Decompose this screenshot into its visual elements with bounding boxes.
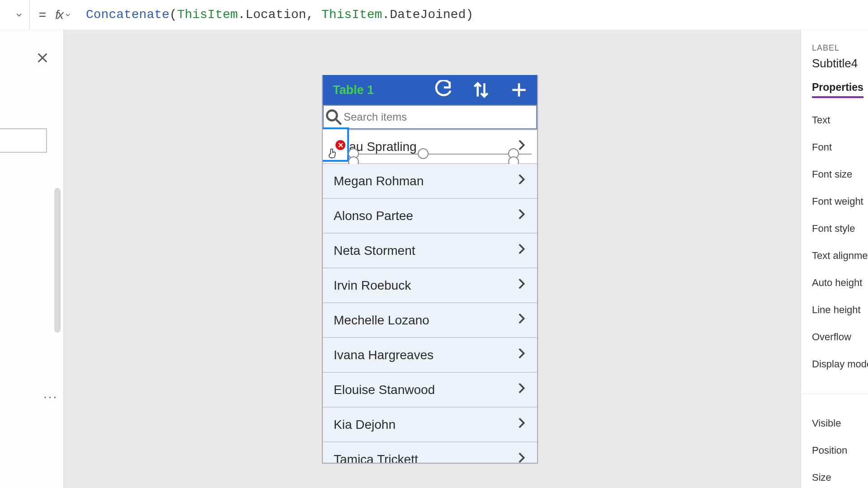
detail-button[interactable] [514,346,529,364]
control-type-label: LABEL [812,43,868,53]
properties-divider [801,394,868,394]
item-title: Irvin Roebuck [334,278,514,293]
sort-button[interactable] [471,80,491,100]
prop-visible[interactable]: Visible [812,418,868,429]
item-title: Tamica Trickett [334,452,514,464]
app-preview: Table 1 ✕ [322,75,538,464]
gallery-list: ✕ Beau Spratling Megan Rohman Alonso Par… [323,129,537,464]
formula-input[interactable]: Concatenate(ThisItem.Location, ThisItem.… [86,8,473,22]
detail-button[interactable] [514,241,529,260]
chevron-right-icon [514,415,529,431]
tree-scrollbar[interactable] [54,188,61,333]
search-icon [324,107,344,127]
app-title: Table 1 [331,83,415,97]
control-name: Subtitle4 [812,56,868,70]
svg-point-6 [327,110,337,120]
prop-auto-height[interactable]: Auto height [812,277,868,289]
prop-font-weight[interactable]: Font weight [812,196,868,207]
properties-panel: LABEL Subtitle4 Properties Text Font Fon… [800,30,868,488]
item-title: Neta Storment [334,244,514,258]
chevron-right-icon [514,172,529,187]
item-title: Alonso Partee [334,209,514,223]
list-item[interactable]: ✕ Beau Spratling [323,129,537,164]
detail-button[interactable] [514,276,529,295]
close-button[interactable] [36,52,49,64]
item-title: Ivana Hargreaves [334,348,514,362]
chevron-right-icon [514,241,529,257]
list-item[interactable]: Tamica Trickett [323,442,537,464]
chevron-right-icon [514,450,529,464]
item-title: Elouise Stanwood [334,383,514,397]
item-title: Mechelle Lozano [334,313,514,328]
property-dropdown[interactable] [0,0,30,29]
equals-sign: = [30,8,55,22]
fx-dropdown[interactable]: fx [55,8,86,22]
tree-search-input[interactable] [0,128,47,153]
list-item[interactable]: Irvin Roebuck [323,268,537,303]
app-header: Table 1 [323,75,537,105]
list-item[interactable]: Kia Dejohn [323,408,537,442]
svg-line-7 [336,120,341,125]
prop-line-height[interactable]: Line height [812,304,868,316]
chevron-right-icon [514,380,529,396]
search-row [323,105,537,129]
detail-button[interactable] [514,311,529,329]
chevron-right-icon [514,311,529,326]
detail-button[interactable] [514,172,529,190]
close-icon [36,52,49,64]
list-item[interactable]: Mechelle Lozano [323,303,537,338]
detail-button[interactable] [514,415,529,434]
chevron-right-icon [514,346,529,361]
detail-button[interactable] [514,450,529,464]
fx-label: fx [55,8,62,22]
list-item[interactable]: Alonso Partee [323,199,537,234]
prop-font-size[interactable]: Font size [812,169,868,180]
prop-position[interactable]: Position [812,445,868,456]
list-item[interactable]: Elouise Stanwood [323,373,537,408]
list-item[interactable]: Ivana Hargreaves [323,338,537,373]
formula-bar: = fx Concatenate(ThisItem.Location, This… [0,0,868,30]
prop-size[interactable]: Size [812,472,868,483]
refresh-button[interactable] [433,80,453,100]
chevron-right-icon [514,276,529,291]
search-input[interactable] [344,111,536,123]
list-item[interactable]: Neta Storment [323,234,537,268]
chevron-down-icon [64,11,71,19]
tree-more-button[interactable]: ... [43,387,58,401]
sort-icon [471,80,491,100]
detail-button[interactable] [514,380,529,399]
detail-button[interactable] [514,206,529,225]
chevron-right-icon [514,206,529,222]
canvas-area[interactable]: Table 1 ✕ [64,30,800,488]
list-item[interactable]: Megan Rohman [323,164,537,199]
prop-overflow[interactable]: Overflow [812,331,868,343]
plus-icon [509,80,529,100]
chevron-down-icon [14,10,24,19]
prop-text-align[interactable]: Text alignment [812,250,868,262]
prop-font[interactable]: Font [812,141,868,153]
left-tree-panel: ... [0,30,64,488]
item-title: Megan Rohman [334,174,514,188]
tab-properties[interactable]: Properties [812,81,863,98]
selection-handle[interactable] [418,148,429,159]
error-icon: ✕ [335,140,345,150]
add-button[interactable] [509,80,529,100]
selection-guideline [347,154,532,155]
prop-text[interactable]: Text [812,114,868,126]
prop-font-style[interactable]: Font style [812,223,868,235]
item-title: Kia Dejohn [334,418,514,432]
prop-display-mode[interactable]: Display mode [812,358,868,370]
refresh-icon [433,80,453,100]
properties-list: Text Font Font size Font weight Font sty… [812,114,868,483]
